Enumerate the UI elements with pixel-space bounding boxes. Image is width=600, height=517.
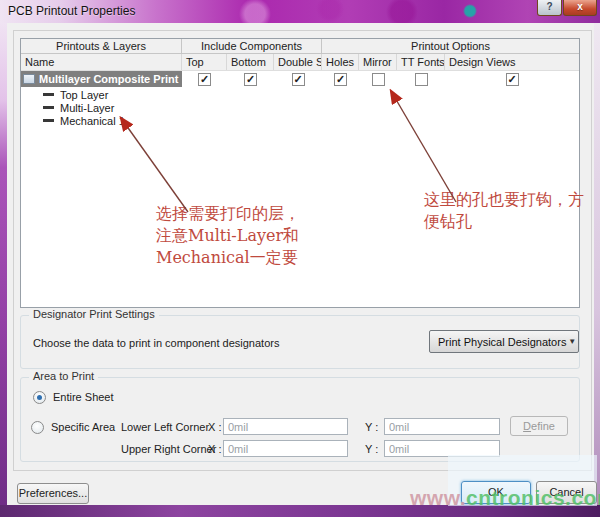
pcb-printout-properties-dialog: PCB Printout Properties ? x Printouts & … <box>0 0 600 517</box>
column-header-name: Name <box>21 54 182 70</box>
layer-label: Top Layer <box>60 89 108 101</box>
checkbox-tt-fonts[interactable] <box>415 73 428 86</box>
y-label: Y : <box>365 421 378 433</box>
table-row[interactable]: Multilayer Composite Print ✓ ✓ ✓ ✓ ✓ <box>21 71 579 87</box>
column-header-tt-fonts: TT Fonts <box>397 54 445 70</box>
column-header-design-views: Design Views <box>445 54 579 70</box>
document-icon <box>23 74 35 84</box>
define-button[interactable]: Define <box>510 416 568 436</box>
layer-label: Multi-Layer <box>60 102 114 114</box>
checkbox-cell-bottom: ✓ <box>227 71 274 87</box>
preferences-button[interactable]: Preferences... <box>17 483 89 504</box>
annotation-left: 选择需要打印的层， 注意Multi-Layer和 Mechanical一定要 <box>156 203 300 269</box>
checkbox-mirror[interactable] <box>372 73 385 86</box>
checkbox-cell-double-sided: ✓ <box>274 71 322 87</box>
chevron-down-icon: ▼ <box>566 337 578 346</box>
area-to-print-group: Area to Print Entire Sheet Specific Area… <box>20 377 580 462</box>
ok-button[interactable]: OK <box>461 481 531 504</box>
table-group-header-row: Printouts & Layers Include Components Pr… <box>21 39 579 54</box>
group-label: Area to Print <box>29 370 98 382</box>
checkbox-holes[interactable]: ✓ <box>334 73 347 86</box>
column-header-bottom: Bottom <box>227 54 274 70</box>
column-header-holes: Holes <box>322 54 359 70</box>
checkbox-cell-mirror <box>359 71 397 87</box>
specific-area-label: Specific Area <box>51 421 115 433</box>
annotation-right: 这里的孔也要打钩，方 便钻孔 <box>424 189 584 233</box>
group-header-printout-options: Printout Options <box>322 39 579 53</box>
checkbox-cell-design-views: ✓ <box>445 71 579 87</box>
group-label: Designator Print Settings <box>29 308 159 320</box>
dropdown-value: Print Physical Designators <box>430 336 566 348</box>
layer-label: Mechanical 1 <box>60 115 125 127</box>
designator-print-settings-group: Designator Print Settings Choose the dat… <box>20 315 580 369</box>
window-title: PCB Printout Properties <box>8 4 135 18</box>
layer-line-icon <box>43 106 54 109</box>
printouts-table: Printouts & Layers Include Components Pr… <box>20 38 580 308</box>
table-column-header-row: Name Top Bottom Double Si... Holes Mirro… <box>21 54 579 71</box>
designator-dropdown[interactable]: Print Physical Designators ▼ <box>429 330 579 353</box>
upper-right-corner-label: Upper Right Corner <box>121 443 216 455</box>
specific-area-radio[interactable] <box>31 421 44 434</box>
annotation-left-line3: Mechanical一定要 <box>156 247 300 269</box>
upper-right-x-input[interactable] <box>223 440 348 457</box>
group-header-include-components: Include Components <box>182 39 322 53</box>
lower-left-x-input[interactable] <box>223 418 348 435</box>
layer-item-mechanical-1[interactable]: Mechanical 1 <box>21 114 579 127</box>
layer-item-top-layer[interactable]: Top Layer <box>21 88 579 101</box>
close-icon: x <box>577 1 583 12</box>
title-bar: PCB Printout Properties ? x <box>0 0 600 23</box>
lower-left-y-input[interactable] <box>384 418 500 435</box>
x-label: X : <box>208 421 221 433</box>
checkbox-cell-holes: ✓ <box>322 71 359 87</box>
lower-left-corner-label: Lower Left Corner <box>121 421 209 433</box>
designator-description: Choose the data to print in component de… <box>33 337 279 349</box>
help-icon: ? <box>546 1 552 12</box>
group-header-printouts-layers: Printouts & Layers <box>21 39 182 53</box>
help-button[interactable]: ? <box>537 0 562 16</box>
x-label: X : <box>208 443 221 455</box>
window-frame-right <box>594 23 600 505</box>
checkbox-cell-tt-fonts <box>397 71 445 87</box>
entire-sheet-radio[interactable] <box>33 391 46 404</box>
printout-name-cell[interactable]: Multilayer Composite Print <box>21 71 182 87</box>
annotation-right-line1: 这里的孔也要打钩，方 <box>424 189 584 211</box>
entire-sheet-label: Entire Sheet <box>53 391 114 403</box>
close-button[interactable]: x <box>563 0 597 16</box>
annotation-left-line1: 选择需要打印的层， <box>156 203 300 225</box>
checkbox-design-views[interactable]: ✓ <box>506 73 519 86</box>
column-header-double-sided: Double Si... <box>274 54 322 70</box>
layer-line-icon <box>43 119 54 122</box>
printout-name: Multilayer Composite Print <box>39 73 178 85</box>
layer-tree: Top Layer Multi-Layer Mechanical 1 <box>21 87 579 127</box>
column-header-top: Top <box>182 54 227 70</box>
checkbox-cell-top: ✓ <box>182 71 227 87</box>
annotation-right-line2: 便钻孔 <box>424 211 584 233</box>
checkbox-top[interactable]: ✓ <box>198 73 211 86</box>
window-frame-bottom <box>0 505 600 517</box>
layer-line-icon <box>43 93 54 96</box>
checkbox-double-sided[interactable]: ✓ <box>292 73 305 86</box>
annotation-left-line2: 注意Multi-Layer和 <box>156 225 300 247</box>
y-label: Y : <box>365 443 378 455</box>
layer-item-multi-layer[interactable]: Multi-Layer <box>21 101 579 114</box>
window-frame-left <box>0 23 7 505</box>
column-header-mirror: Mirror <box>359 54 397 70</box>
checkbox-bottom[interactable]: ✓ <box>244 73 257 86</box>
cancel-button[interactable]: Cancel <box>536 481 597 504</box>
